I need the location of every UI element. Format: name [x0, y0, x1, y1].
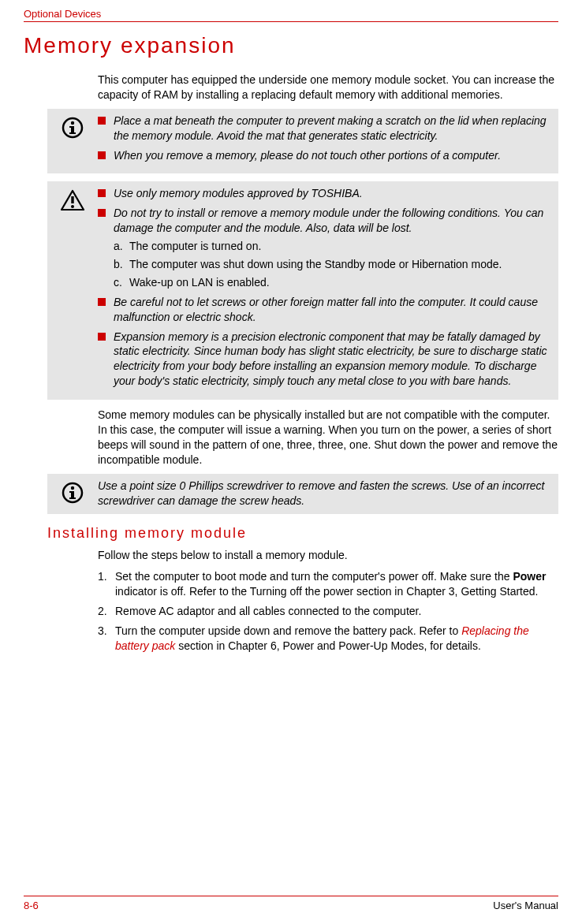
note2-text-3: Be careful not to let screws or other fo…	[114, 295, 550, 325]
note2-text-1: Use only memory modules approved by TOSH…	[114, 186, 550, 201]
sublist-letter-c: c.	[114, 275, 129, 290]
step1-part-c: indicator is off. Refer to the Turning o…	[115, 585, 538, 598]
svg-point-7	[71, 205, 74, 208]
svg-rect-11	[69, 491, 74, 493]
note1-bullet-1: Place a mat beneath the computer to prev…	[98, 114, 550, 143]
note1-bullet-2: When you remove a memory, please do not …	[98, 148, 550, 163]
caution-note: Use only memory modules approved by TOSH…	[47, 181, 558, 400]
bullet-icon	[98, 298, 106, 306]
manual-label: User's Manual	[493, 900, 558, 911]
svg-point-9	[71, 486, 74, 490]
bullet-icon	[98, 189, 106, 197]
bullet-icon	[98, 209, 106, 217]
step1-part-a: Set the computer to boot mode and turn t…	[115, 570, 513, 583]
caution-icon	[60, 189, 85, 211]
step-3: 3. Turn the computer upside down and rem…	[98, 624, 558, 654]
step-text-2: Remove AC adaptor and all cables connect…	[115, 604, 421, 619]
note2-bullet-3: Be careful not to let screws or other fo…	[98, 295, 550, 325]
sublist-letter-a: a.	[114, 239, 129, 254]
note3-text: Use a point size 0 Phillips screwdriver …	[98, 479, 550, 509]
section-heading: Memory expansion	[24, 33, 558, 58]
sublist-text-c: Wake-up on LAN is enabled.	[129, 275, 270, 290]
note1-text-1: Place a mat beneath the computer to prev…	[114, 114, 550, 143]
svg-rect-3	[69, 126, 74, 128]
bullet-icon	[98, 151, 106, 159]
step-num-2: 2.	[98, 604, 115, 619]
svg-rect-6	[71, 196, 73, 203]
intro-paragraph: This computer has equipped the underside…	[98, 73, 558, 102]
running-header: Optional Devices	[24, 8, 558, 20]
sublist-a: a. The computer is turned on.	[114, 239, 550, 254]
svg-point-1	[71, 121, 74, 125]
step-num-3: 3.	[98, 624, 115, 654]
step3-part-a: Turn the computer upside down and remove…	[115, 624, 461, 637]
sublist-text-b: The computer was shut down using the Sta…	[129, 257, 502, 272]
info-icon	[62, 482, 84, 504]
note2-bullet-2: Do not try to install or remove a memory…	[98, 206, 550, 289]
info-note-1: Place a mat beneath the computer to prev…	[47, 109, 558, 174]
note2-text-4: Expansion memory is a precision electron…	[114, 330, 550, 389]
paragraph-3: Follow the steps below to install a memo…	[98, 548, 558, 563]
note2-bullet-1: Use only memory modules approved by TOSH…	[98, 186, 550, 201]
note2-text-2: Do not try to install or remove a memory…	[114, 206, 550, 236]
subsection-heading: Installing memory module	[47, 525, 558, 542]
step3-part-b: section in Chapter 6, Power and Power-Up…	[175, 639, 481, 652]
svg-rect-12	[69, 497, 76, 499]
step1-bold: Power	[513, 570, 546, 583]
step-text-3: Turn the computer upside down and remove…	[115, 624, 558, 654]
step-num-1: 1.	[98, 569, 115, 599]
sublist-text-a: The computer is turned on.	[129, 239, 261, 254]
step-2: 2. Remove AC adaptor and all cables conn…	[98, 604, 558, 619]
note1-text-2: When you remove a memory, please do not …	[114, 148, 550, 163]
info-note-2: Use a point size 0 Phillips screwdriver …	[47, 474, 558, 515]
sublist-b: b. The computer was shut down using the …	[114, 257, 550, 272]
info-icon	[62, 117, 84, 139]
step-1: 1. Set the computer to boot mode and tur…	[98, 569, 558, 599]
note2-bullet-4: Expansion memory is a precision electron…	[98, 330, 550, 389]
step-text-1: Set the computer to boot mode and turn t…	[115, 569, 558, 599]
page-number: 8-6	[24, 900, 39, 911]
svg-rect-4	[69, 132, 76, 134]
sublist-letter-b: b.	[114, 257, 129, 272]
sublist-c: c. Wake-up on LAN is enabled.	[114, 275, 550, 290]
paragraph-2: Some memory modules can be physically in…	[98, 408, 558, 468]
bullet-icon	[98, 117, 106, 125]
page-footer: 8-6 User's Manual	[24, 896, 558, 911]
header-divider	[24, 21, 558, 22]
bullet-icon	[98, 333, 106, 341]
